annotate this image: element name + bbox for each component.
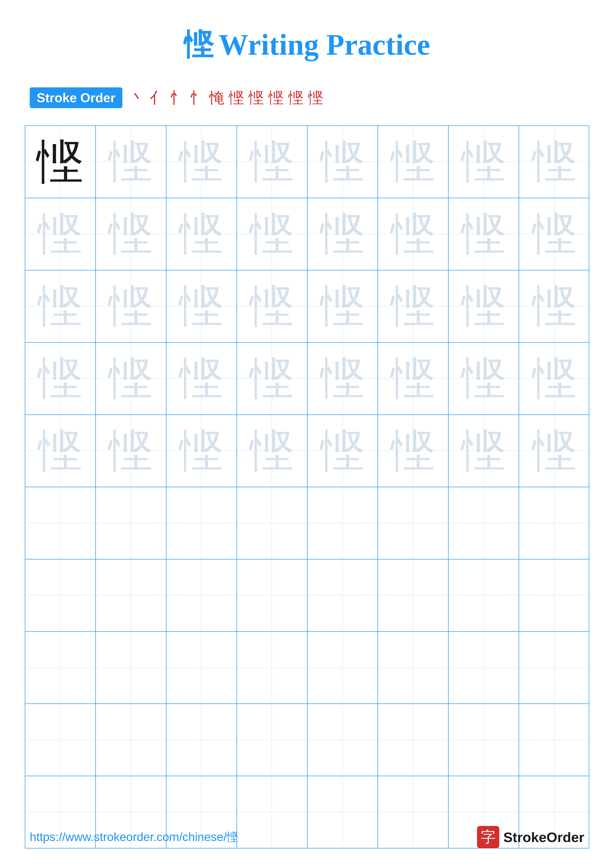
grid-cell: 悭 xyxy=(308,198,378,270)
practice-char: 悭 xyxy=(250,356,294,401)
grid-row-empty xyxy=(25,632,589,704)
grid-cell: 悭 xyxy=(378,126,449,198)
grid-cell: 悭 xyxy=(237,415,308,487)
grid-cell xyxy=(449,560,519,631)
footer-url: https://www.strokeorder.com/chinese/悭 xyxy=(30,829,238,845)
logo-icon: 字 xyxy=(477,826,499,848)
grid-cell: 悭 xyxy=(166,270,237,342)
grid-cell xyxy=(96,704,166,776)
practice-char: 悭 xyxy=(320,356,365,401)
grid-row-empty xyxy=(25,487,589,560)
grid-cell xyxy=(378,632,449,704)
practice-char: 悭 xyxy=(320,284,365,329)
grid-cell xyxy=(25,704,96,776)
grid-cell: 悭 xyxy=(25,198,96,270)
grid-row: 悭 悭 悭 悭 悭 悭 悭 悭 xyxy=(25,198,589,270)
title-text: Writing Practice xyxy=(218,28,430,61)
stroke-order-badge: Stroke Order xyxy=(30,87,122,108)
practice-char: 悭 xyxy=(250,284,294,329)
grid-cell: 悭 xyxy=(96,126,166,198)
grid-cell: 悭 xyxy=(378,270,449,342)
grid-cell: 悭 xyxy=(519,126,590,198)
grid-row-empty xyxy=(25,704,589,776)
practice-char: 悭 xyxy=(109,429,153,473)
practice-char: 悭 xyxy=(391,284,435,329)
grid-row: 悭 悭 悭 悭 悭 悭 悭 悭 xyxy=(25,126,589,198)
practice-char: 悭 xyxy=(320,140,365,184)
practice-char: 悭 xyxy=(37,138,84,185)
grid-cell: 悭 xyxy=(96,270,166,342)
grid-cell: 悭 xyxy=(308,343,378,414)
grid-cell: 悭 xyxy=(166,343,237,414)
grid-cell xyxy=(519,632,590,704)
grid-cell xyxy=(519,560,590,631)
practice-char: 悭 xyxy=(391,356,435,401)
grid-cell: 悭 xyxy=(237,343,308,414)
grid-cell xyxy=(25,560,96,631)
grid-cell xyxy=(519,704,590,776)
logo-text: StrokeOrder xyxy=(503,829,584,845)
grid-cell: 悭 xyxy=(378,343,449,414)
practice-grid: 悭 悭 悭 悭 悭 悭 悭 悭 悭 悭 悭 悭 悭 悭 悭 悭 悭 悭 悭 悭 … xyxy=(25,126,589,848)
grid-cell xyxy=(378,560,449,631)
practice-char: 悭 xyxy=(391,140,435,184)
practice-char: 悭 xyxy=(532,429,577,473)
grid-cell xyxy=(449,632,519,704)
grid-cell: 悭 xyxy=(449,126,519,198)
practice-char: 悭 xyxy=(179,212,224,256)
grid-cell xyxy=(96,487,166,559)
grid-row: 悭 悭 悭 悭 悭 悭 悭 悭 xyxy=(25,270,589,343)
grid-cell: 悭 xyxy=(96,415,166,487)
grid-cell: 悭 xyxy=(308,415,378,487)
grid-cell: 悭 xyxy=(449,415,519,487)
grid-cell xyxy=(449,704,519,776)
grid-cell xyxy=(237,704,308,776)
grid-cell xyxy=(166,632,237,704)
practice-char: 悭 xyxy=(179,356,224,401)
grid-cell xyxy=(237,487,308,559)
practice-char: 悭 xyxy=(250,429,294,473)
practice-char: 悭 xyxy=(391,212,435,256)
grid-row: 悭 悭 悭 悭 悭 悭 悭 悭 xyxy=(25,343,589,415)
grid-cell: 悭 xyxy=(166,415,237,487)
practice-char: 悭 xyxy=(179,429,224,473)
grid-cell xyxy=(519,487,590,559)
practice-char: 悭 xyxy=(179,140,224,184)
grid-cell: 悭 xyxy=(25,126,96,198)
practice-char: 悭 xyxy=(462,429,506,473)
grid-cell: 悭 xyxy=(308,270,378,342)
grid-cell xyxy=(449,487,519,559)
grid-cell: 悭 xyxy=(25,270,96,342)
practice-char: 悭 xyxy=(462,356,506,401)
stroke-order-chars: 丶 亻 忄 忄 㤿 悭 悭 悭 悭 悭 xyxy=(130,87,323,108)
practice-char: 悭 xyxy=(532,284,577,329)
grid-cell: 悭 xyxy=(237,198,308,270)
title-char: 悭 xyxy=(184,28,213,61)
practice-char: 悭 xyxy=(109,212,153,256)
practice-char: 悭 xyxy=(462,212,506,256)
grid-cell xyxy=(166,704,237,776)
grid-cell xyxy=(96,560,166,631)
grid-cell: 悭 xyxy=(166,126,237,198)
page-title: 悭Writing Practice xyxy=(0,0,614,80)
practice-char: 悭 xyxy=(38,212,82,256)
grid-cell: 悭 xyxy=(519,343,590,414)
grid-row-empty xyxy=(25,560,589,632)
grid-cell: 悭 xyxy=(237,126,308,198)
practice-char: 悭 xyxy=(532,212,577,256)
grid-cell xyxy=(308,704,378,776)
grid-cell xyxy=(237,560,308,631)
grid-row: 悭 悭 悭 悭 悭 悭 悭 悭 xyxy=(25,415,589,487)
practice-char: 悭 xyxy=(38,284,82,329)
grid-cell: 悭 xyxy=(519,415,590,487)
grid-cell xyxy=(378,487,449,559)
practice-char: 悭 xyxy=(462,140,506,184)
practice-char: 悭 xyxy=(179,284,224,329)
grid-cell: 悭 xyxy=(308,126,378,198)
grid-cell xyxy=(166,560,237,631)
footer: https://www.strokeorder.com/chinese/悭 字 … xyxy=(0,826,614,848)
practice-char: 悭 xyxy=(532,140,577,184)
grid-cell xyxy=(308,487,378,559)
practice-char: 悭 xyxy=(109,140,153,184)
grid-cell xyxy=(308,560,378,631)
